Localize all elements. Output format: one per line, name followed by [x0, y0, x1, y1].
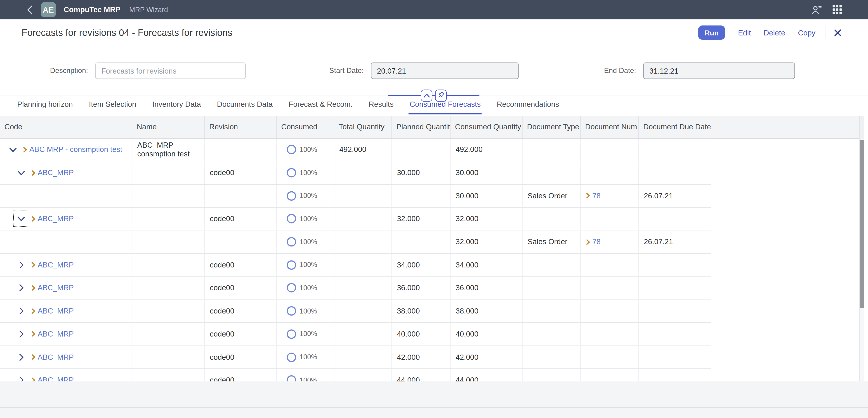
expand-toggle-button[interactable] — [14, 281, 29, 295]
cell-document-number — [581, 346, 639, 368]
code-link[interactable]: ABC_MRP — [38, 353, 74, 361]
column-header-document-num-[interactable]: Document Num... — [581, 116, 639, 138]
tab-documents-data[interactable]: Documents Data — [216, 97, 274, 114]
code-link[interactable]: ABC_MRP — [38, 284, 74, 292]
start-date-input[interactable] — [371, 63, 519, 79]
consumed-percent: 100% — [300, 146, 317, 153]
table-row[interactable]: 100%32.000Sales Order7826.07.21 — [0, 231, 711, 254]
expand-toggle-button[interactable] — [14, 350, 29, 364]
tab-results[interactable]: Results — [368, 97, 395, 114]
cell-name — [132, 277, 205, 299]
column-header-consumed[interactable]: Consumed — [277, 116, 335, 138]
consumed-radio[interactable] — [287, 145, 296, 154]
back-button[interactable] — [26, 5, 34, 15]
footer-divider — [0, 407, 868, 408]
consumed-radio[interactable] — [287, 191, 296, 201]
tab-planning-horizon[interactable]: Planning horizon — [16, 97, 74, 114]
column-header-planned-quantity[interactable]: Planned Quantity — [392, 116, 451, 138]
expand-toggle-button[interactable] — [5, 142, 20, 157]
tab-item-selection[interactable]: Item Selection — [88, 97, 137, 114]
table-scrollbar[interactable] — [859, 138, 864, 381]
table-row[interactable]: ABC_MRPcode00100%36.00036.000 — [0, 277, 711, 300]
consumed-radio[interactable] — [287, 237, 296, 247]
cell-code: ABC_MRP — [0, 277, 132, 299]
consumed-percent: 100% — [300, 330, 317, 338]
code-link[interactable]: ABC MRP - consmption test — [29, 146, 122, 154]
cell-name: ABC_MRP consmption test — [132, 138, 205, 161]
cell-planned-quantity — [392, 138, 451, 161]
column-header-code[interactable]: Code — [0, 116, 132, 138]
table-row[interactable]: ABC MRP - consmption testABC_MRP consmpt… — [0, 138, 711, 161]
app-logo[interactable]: AE — [41, 2, 56, 17]
cell-code: ABC_MRP — [0, 300, 132, 322]
expand-toggle-button[interactable] — [14, 257, 29, 272]
description-input[interactable] — [95, 63, 246, 79]
edit-button[interactable]: Edit — [738, 28, 751, 37]
consumed-radio[interactable] — [287, 329, 296, 339]
cell-document-type: Sales Order — [523, 231, 581, 253]
scrollbar-thumb[interactable] — [860, 140, 864, 308]
column-header-total-quantity[interactable]: Total Quantity — [334, 116, 392, 138]
cell-revision — [205, 138, 277, 161]
consumed-radio[interactable] — [287, 283, 296, 293]
shell-bar: AE CompuTec MRP MRP Wizard — [0, 0, 868, 20]
code-link[interactable]: ABC_MRP — [38, 215, 74, 223]
column-header-name[interactable]: Name — [132, 116, 205, 138]
consumed-radio[interactable] — [287, 306, 296, 316]
run-button[interactable]: Run — [698, 26, 725, 40]
column-header-revision[interactable]: Revision — [205, 116, 277, 138]
cell-revision: code00 — [205, 323, 277, 345]
collapse-header-button[interactable] — [421, 90, 432, 102]
nav-arrow-icon — [586, 193, 590, 199]
expand-toggle-button[interactable] — [14, 165, 29, 180]
cell-planned-quantity: 44.000 — [392, 369, 451, 381]
delete-button[interactable]: Delete — [764, 28, 785, 37]
table-row[interactable]: ABC_MRPcode00100%32.00032.000 — [0, 208, 711, 231]
document-number-link[interactable]: 78 — [592, 191, 600, 200]
cell-planned-quantity: 30.000 — [392, 162, 451, 184]
tab-recommendations[interactable]: Recommendations — [496, 97, 560, 114]
consumed-radio[interactable] — [287, 260, 296, 270]
cell-total-quantity — [334, 369, 392, 381]
consumed-radio[interactable] — [287, 168, 296, 178]
cell-document-type: Sales Order — [523, 185, 581, 207]
consumed-radio[interactable] — [287, 214, 296, 224]
code-link[interactable]: ABC_MRP — [38, 330, 74, 338]
shell-bar-actions — [811, 0, 842, 20]
cell-name — [132, 346, 205, 368]
table-row[interactable]: ABC_MRPcode00100%34.00034.000 — [0, 254, 711, 277]
column-header-consumed-quantity[interactable]: Consumed Quantity — [451, 116, 522, 138]
end-date-input[interactable] — [643, 63, 795, 79]
expand-toggle-button[interactable] — [14, 326, 29, 342]
user-profile-button[interactable] — [811, 5, 822, 15]
nav-arrow-icon — [586, 239, 590, 245]
consumed-percent: 100% — [300, 261, 317, 269]
pin-header-button[interactable] — [435, 90, 447, 102]
close-button[interactable] — [834, 29, 842, 36]
table-row[interactable]: ABC_MRPcode00100%42.00042.000 — [0, 346, 711, 369]
code-link[interactable]: ABC_MRP — [38, 169, 74, 177]
consumed-radio[interactable] — [287, 375, 296, 381]
tab-inventory-data[interactable]: Inventory Data — [151, 97, 202, 114]
table-row[interactable]: ABC_MRPcode00100%44.00044.000 — [0, 369, 711, 381]
expand-toggle-button[interactable] — [14, 211, 29, 227]
column-header-document-type[interactable]: Document Type — [523, 116, 581, 138]
table-row[interactable]: ABC_MRPcode00100%40.00040.000 — [0, 323, 711, 346]
cell-document-due-date — [639, 254, 711, 276]
tab-forecast-recom-[interactable]: Forecast & Recom. — [287, 97, 354, 114]
table-row[interactable]: ABC_MRPcode00100%38.00038.000 — [0, 300, 711, 323]
expand-toggle-button[interactable] — [14, 373, 29, 381]
expand-toggle-button[interactable] — [14, 304, 29, 318]
column-header-document-due-date[interactable]: Document Due Date — [639, 116, 711, 138]
consumed-percent: 100% — [300, 192, 317, 200]
table-row[interactable]: ABC_MRPcode00100%30.00030.000 — [0, 162, 711, 185]
code-link[interactable]: ABC_MRP — [38, 307, 74, 315]
consumed-radio[interactable] — [287, 352, 296, 362]
code-link[interactable]: ABC_MRP — [38, 261, 74, 269]
copy-button[interactable]: Copy — [798, 28, 815, 37]
header-filters: Description: Start Date: End Date: — [0, 63, 868, 79]
code-link[interactable]: ABC_MRP — [38, 376, 74, 381]
table-row[interactable]: 100%30.000Sales Order7826.07.21 — [0, 185, 711, 208]
app-launcher-button[interactable] — [833, 5, 842, 14]
document-number-link[interactable]: 78 — [592, 238, 600, 246]
